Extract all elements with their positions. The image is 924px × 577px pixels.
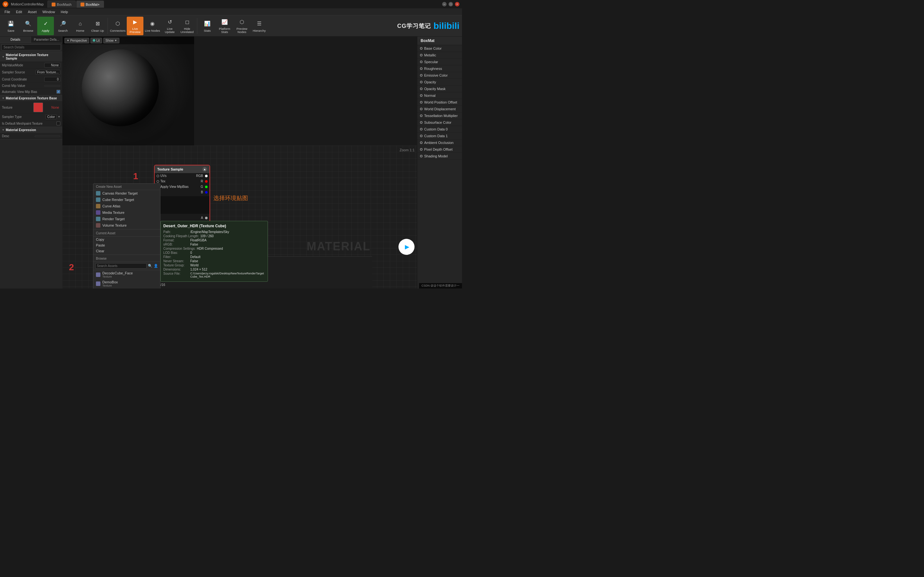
pin-r-output[interactable]	[205, 180, 208, 183]
tab-details[interactable]: Details	[0, 37, 31, 43]
tab-boxmat[interactable]: BoxMat+	[76, 1, 104, 8]
ctx-cube-rt[interactable]: Cube Render Target	[94, 197, 160, 203]
prop-value-samplersource[interactable]: From Texture...	[36, 70, 60, 75]
section-header-matexpr[interactable]: ▼ Material Expression	[0, 127, 62, 133]
section-header-texture-sample[interactable]: ▼ Material Expression Texture Sample	[0, 52, 62, 62]
rp-pin-custom0	[420, 128, 423, 131]
vp-perspective-btn[interactable]: ▼ Perspective	[65, 38, 89, 43]
tab-boxmash[interactable]: BoxMash	[47, 1, 76, 8]
ctx-render-target-icon	[96, 217, 100, 221]
section-header-texture-base[interactable]: ▼ Material Expression Texture Base	[0, 95, 62, 102]
texture-swatch[interactable]	[33, 103, 43, 112]
window-controls: – □ ×	[442, 2, 459, 6]
close-button[interactable]: ×	[455, 2, 459, 6]
menu-help[interactable]: Help	[58, 9, 71, 15]
rp-opacity[interactable]: Opacity	[417, 79, 462, 85]
rp-world-pos-offset[interactable]: World Position Offset	[417, 99, 462, 106]
rp-ao[interactable]: Ambient Occlusion	[417, 139, 462, 146]
rp-emissive[interactable]: Emissive Color	[417, 72, 462, 79]
rp-specular[interactable]: Specular	[417, 59, 462, 65]
viewport[interactable]: ▼ Perspective Lit Show ▼	[63, 37, 194, 145]
details-search-input[interactable]	[1, 44, 61, 50]
toolbar-search[interactable]: 🔎 Search	[55, 17, 71, 35]
ctx-volume-texture[interactable]: Volume Texture	[94, 222, 160, 229]
checkbox-meshpaint[interactable]	[57, 121, 60, 125]
rp-base-color[interactable]: Base Color	[417, 45, 462, 52]
toolbar-hierarchy[interactable]: ☰ Hierarchy	[251, 17, 268, 35]
toolbar-livepreview[interactable]: ▶ Live Preview	[127, 17, 144, 35]
prop-label-texture: Texture	[2, 106, 32, 109]
prop-value-desc[interactable]	[35, 135, 60, 137]
rp-pin-tessellation	[420, 114, 423, 117]
vp-show-btn[interactable]: Show ▼	[103, 38, 120, 43]
pin-g-output[interactable]	[205, 185, 208, 188]
ctx-render-target[interactable]: Render Target	[94, 216, 160, 222]
liveupdate-label: Live Update	[162, 27, 178, 34]
pin-rgb-output[interactable]	[205, 175, 208, 177]
pin-a-output[interactable]	[205, 217, 208, 219]
tooltip-filter-label: Filter:	[163, 255, 189, 259]
rp-world-displacement[interactable]: World Displacement	[417, 106, 462, 113]
ctx-asset-decodecube[interactable]: DecodeCube_Face Texture	[94, 270, 160, 279]
prop-value-constcoord[interactable]: 0	[44, 77, 60, 82]
texture-sample-node[interactable]: Texture Sample ▲ UVs RGB	[154, 165, 210, 227]
rp-custom1[interactable]: Custom Data 1	[417, 133, 462, 139]
prop-label-constmip: Const Mip Value	[2, 84, 43, 87]
prop-value-constmip[interactable]	[44, 85, 60, 87]
ctx-paste[interactable]: Paste	[94, 242, 160, 248]
tooltip-source-row: Source File: C:/Users/jerzy.rogalski/Des…	[163, 272, 265, 278]
pin-tex-input[interactable]	[157, 180, 159, 183]
toolbar-home[interactable]: ⌂ Home	[72, 17, 89, 35]
rp-roughness[interactable]: Roughness	[417, 65, 462, 72]
toolbar-save[interactable]: 💾 Save	[3, 17, 19, 35]
minimize-button[interactable]: –	[442, 2, 447, 6]
toolbar-browse[interactable]: 🔍 Browse	[20, 17, 37, 35]
maximize-button[interactable]: □	[449, 2, 453, 6]
prop-value-samplertype[interactable]: Color	[45, 114, 57, 119]
liveupdate-icon: ↺	[165, 18, 174, 26]
toolbar-connectors[interactable]: ⬡ Connectors	[110, 17, 126, 35]
node-pin-mipbias: Apply View MipBias G	[155, 184, 210, 189]
pin-uvs-input[interactable]	[157, 175, 159, 177]
rp-label-world-disp: World Displacement	[424, 107, 456, 111]
ctx-asset-demoboxnormals[interactable]: DemoBox_Normals Texture	[94, 288, 160, 288]
toolbar-cleanup[interactable]: ⊠ Clean Up	[89, 17, 106, 35]
rp-shading-model[interactable]: Shading Model	[417, 153, 462, 160]
rp-custom0[interactable]: Custom Data 0	[417, 126, 462, 133]
toolbar-stats[interactable]: 📊 Stats	[199, 17, 216, 35]
rp-metallic[interactable]: Metallic	[417, 52, 462, 59]
ctx-asset-demobox[interactable]: DemoBox Texture	[94, 279, 160, 288]
ctx-copy[interactable]: Copy	[94, 237, 160, 242]
tab-parameterdef[interactable]: Parameter Defa...	[31, 37, 62, 43]
toolbar-apply[interactable]: ✓ Apply	[37, 17, 54, 35]
rp-opacity-mask[interactable]: Opacity Mask	[417, 85, 462, 92]
toolbar-liveupdate[interactable]: ↺ Live Update	[162, 17, 178, 35]
ctx-curve-atlas[interactable]: Curve Atlas	[94, 203, 160, 210]
menu-edit[interactable]: Edit	[13, 9, 25, 15]
menu-file[interactable]: File	[2, 9, 13, 15]
ctx-search-input[interactable]	[95, 263, 147, 269]
toolbar-platformstats[interactable]: 📈 Platform Stats	[216, 17, 233, 35]
menu-window[interactable]: Window	[40, 9, 57, 15]
ctx-canvas-rt-label: Canvas Render Target	[102, 191, 137, 195]
node-close-button[interactable]: ▲	[202, 167, 207, 171]
vp-lit-btn[interactable]: Lit	[90, 38, 102, 43]
rp-normal[interactable]: Normal	[417, 92, 462, 99]
rp-tessellation[interactable]: Tessellation Multiplier	[417, 113, 462, 119]
ctx-clear[interactable]: Clear	[94, 248, 160, 254]
ctx-media-texture[interactable]: Media Texture	[94, 210, 160, 216]
toolbar-hideunrelated[interactable]: ◻ Hide Unrelated	[179, 17, 195, 35]
prop-automipbias: Automatic View Mip Bias	[0, 89, 62, 95]
checkbox-automipbias[interactable]	[57, 90, 60, 93]
toolbar-previewnodes[interactable]: ⬡ Preview Nodes	[234, 17, 250, 35]
pin-b-output[interactable]	[205, 191, 208, 193]
section-texture-base: ▼ Material Expression Texture Base Textu…	[0, 95, 62, 127]
toolbar-livenodes[interactable]: ◉ Live Nodes	[144, 17, 161, 35]
bili-play-button[interactable]	[399, 239, 415, 255]
ctx-canvas-rt[interactable]: Canvas Render Target	[94, 190, 160, 197]
rp-pixel-depth[interactable]: Pixel Depth Offset	[417, 146, 462, 153]
prop-value-mipvaluemode[interactable]: None	[44, 63, 60, 68]
section-matexpr: ▼ Material Expression Desc	[0, 127, 62, 139]
rp-subsurface[interactable]: Subsurface Color	[417, 119, 462, 126]
menu-asset[interactable]: Asset	[25, 9, 39, 15]
